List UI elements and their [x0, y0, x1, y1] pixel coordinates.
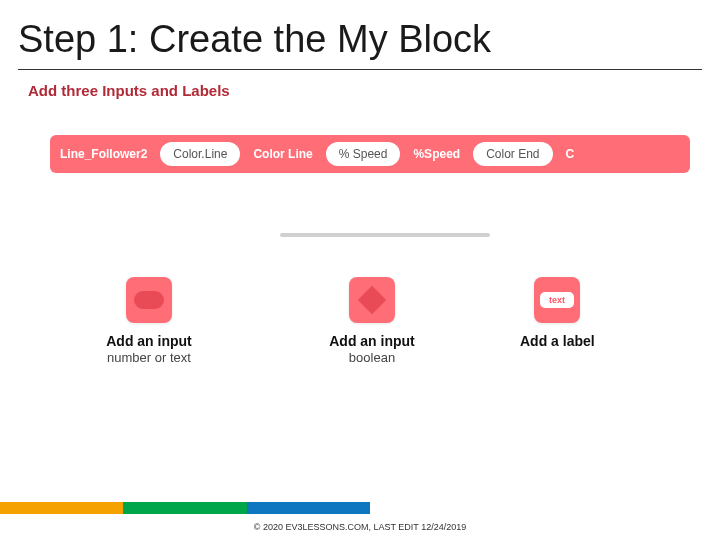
add-input-boolean-button[interactable] — [349, 277, 395, 323]
footer-seg-blue — [247, 502, 370, 514]
button-title: Add a label — [520, 333, 660, 350]
block-input-pill[interactable]: Color End — [473, 142, 552, 166]
footer-seg-green — [123, 502, 246, 514]
footer-color-bar — [0, 502, 370, 514]
add-input-number-item: Add an input number or text — [74, 277, 224, 365]
button-subtitle: number or text — [74, 350, 224, 365]
block-name: Line_Follower2 — [58, 147, 155, 161]
oval-icon — [134, 291, 164, 309]
scroll-indicator — [280, 233, 490, 237]
button-title: Add an input — [297, 333, 447, 350]
toolbox-row: Add an input number or text Add an input… — [0, 237, 720, 365]
block-label-slot: C — [558, 147, 583, 161]
button-title: Add an input — [74, 333, 224, 350]
add-label-button[interactable]: text — [534, 277, 580, 323]
page-title: Step 1: Create the My Block — [0, 0, 720, 69]
text-icon: text — [540, 292, 574, 308]
add-input-number-button[interactable] — [126, 277, 172, 323]
add-label-item: text Add a label — [520, 277, 660, 365]
diamond-icon — [358, 286, 386, 314]
button-subtitle: boolean — [297, 350, 447, 365]
footer-seg-orange — [0, 502, 123, 514]
block-area: Line_Follower2 Color.Line Color Line % S… — [50, 135, 720, 237]
block-label-slot: %Speed — [405, 147, 468, 161]
subtitle: Add three Inputs and Labels — [0, 70, 720, 99]
footer-text: © 2020 EV3LESSONS.COM, LAST EDIT 12/24/2… — [0, 522, 720, 532]
my-block-header[interactable]: Line_Follower2 Color.Line Color Line % S… — [50, 135, 690, 173]
add-input-boolean-item: Add an input boolean — [297, 277, 447, 365]
block-input-pill[interactable]: % Speed — [326, 142, 401, 166]
block-label-slot: Color Line — [245, 147, 320, 161]
block-input-pill[interactable]: Color.Line — [160, 142, 240, 166]
